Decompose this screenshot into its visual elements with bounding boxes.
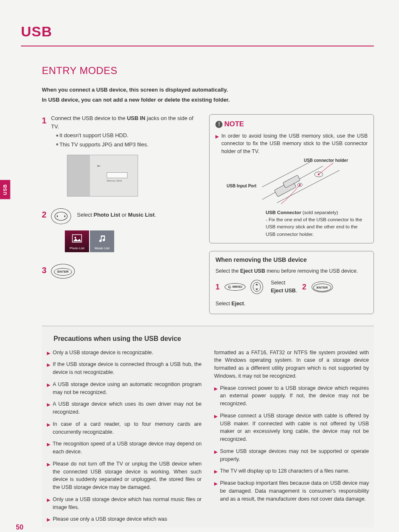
remove-desc-b: Eject USB — [240, 268, 265, 274]
prec-item: In case of a card reader, up to four mem… — [53, 420, 202, 436]
step1-text-a: Connect the USB device to the — [51, 115, 127, 121]
music-list-tile: Music List — [90, 230, 114, 252]
svg-point-2 — [74, 237, 76, 238]
qmenu-button-icon: Q. MENU — [225, 283, 246, 291]
section-title: ENTRY MODES — [42, 63, 374, 78]
remove-step2-num: 2 — [302, 281, 307, 293]
step-number: 2 — [42, 208, 48, 221]
prec-item: If the USB storage device is connected t… — [53, 361, 202, 376]
prec-item: The recognition speed of a USB storage d… — [53, 440, 202, 456]
remove-desc-c: menu before removing the USB device. — [265, 268, 358, 274]
svg-point-7 — [318, 174, 320, 175]
r1-select-c: . — [296, 288, 297, 294]
triangle-bullet-icon: ▶ — [47, 421, 50, 436]
triangle-bullet-icon: ▶ — [214, 448, 217, 463]
remove-desc-a: Select the — [215, 268, 240, 274]
enter-label: ENTER — [54, 268, 72, 276]
memory-slot — [107, 172, 128, 178]
intro-line1: When you connect a USB device, this scre… — [42, 86, 374, 94]
enter-label2: ENTER — [313, 284, 331, 292]
connector-caption: USB Connector (sold separately) - Fix th… — [266, 209, 368, 238]
triangle-bullet-icon: ▶ — [47, 496, 50, 512]
prec-item: Please connect power to a USB storage de… — [220, 384, 369, 408]
triangle-bullet-icon: ▶ — [47, 350, 50, 357]
precautions-title: Precautions when using the USB device — [54, 334, 369, 344]
triangle-bullet-icon: ▶ — [47, 401, 50, 416]
prec-item: Please backup important files because da… — [220, 479, 369, 503]
prec-item: Please do not turn off the TV or unplug … — [53, 460, 202, 491]
triangle-bullet-icon: ▶ — [215, 133, 219, 156]
page-number: 50 — [16, 522, 23, 532]
photo-list-tile: Photo List — [65, 230, 89, 252]
prec-item: Please use only a USB storage device whi… — [53, 515, 167, 523]
step2-text-c: or — [120, 212, 128, 218]
caption-paren: (sold separately) — [301, 210, 338, 215]
music-tile-label: Music List — [95, 246, 110, 251]
prec-item: A USB storage device using an automatic … — [53, 381, 202, 396]
step2-text-d: Music List — [128, 212, 155, 218]
enter-button-icon: ENTER — [51, 264, 75, 279]
side-tab: USB — [0, 180, 10, 199]
step-3: 3 ENTER — [42, 264, 199, 279]
photo-tile-label: Photo List — [69, 246, 84, 251]
updown-button-icon — [251, 280, 263, 294]
triangle-bullet-icon: ▶ — [214, 480, 217, 503]
note-title-text: NOTE — [224, 120, 244, 128]
menu-tiles: Photo List Music List — [65, 230, 199, 252]
triangle-bullet-icon: ▶ — [214, 413, 217, 443]
triangle-bullet-icon: ▶ — [47, 516, 50, 523]
step-1: 1 Connect the USB device to the USB IN j… — [42, 114, 199, 148]
prec-item: Only a USB storage device is recognizabl… — [53, 349, 153, 357]
step1-sub2: This TV supports JPG and MP3 files. — [56, 141, 199, 149]
precautions-left: ▶Only a USB storage device is recognizab… — [47, 349, 202, 528]
step1-sub1: It doesn't support USB HDD. — [56, 131, 199, 140]
svg-point-0 — [55, 212, 67, 220]
note-body-text: In order to avoid losing the USB memory … — [221, 132, 368, 156]
caption-title: USB Connector — [266, 210, 301, 215]
r1-select-a: Select — [271, 280, 285, 286]
svg-point-8 — [299, 184, 301, 186]
enter-button-icon: ENTER — [312, 281, 333, 293]
r1-select-b: Eject USB — [271, 288, 296, 294]
note-box: !NOTE ▶ In order to avoid losing the USB… — [209, 114, 374, 243]
step-number: 1 — [42, 114, 48, 127]
nav-button-icon — [51, 208, 71, 224]
triangle-bullet-icon: ▶ — [47, 461, 50, 491]
left-column: 1 Connect the USB device to the USB IN j… — [42, 114, 199, 314]
precautions-right: formatted as a FAT16, FAT32 or NTFS file… — [214, 349, 369, 528]
prec-item: Only use a USB storage device which has … — [53, 496, 202, 512]
step-2: 2 Select Photo List or Music List. — [42, 208, 199, 224]
r2-select-a: Select — [215, 301, 231, 307]
caption-body: - Fix the one end of the USB connector t… — [266, 216, 368, 238]
r2-select-b: Eject — [231, 301, 244, 307]
step1-text-b: USB IN — [127, 115, 145, 121]
triangle-bullet-icon: ▶ — [47, 361, 50, 376]
prec-item: Please connect a USB storage device with… — [220, 412, 369, 443]
step2-text-a: Select — [77, 212, 94, 218]
connector-diagram: USB connector holder USB Input Port — [235, 160, 348, 206]
prec-item-cont: formatted as a FAT16, FAT32 or NTFS file… — [214, 349, 369, 380]
alert-icon: ! — [215, 121, 223, 128]
triangle-bullet-icon: ▶ — [214, 385, 217, 408]
step2-text-e: . — [155, 212, 156, 218]
r2-select-c: . — [244, 301, 245, 307]
prec-item: A USB storage device which uses its own … — [53, 400, 202, 416]
photo-icon — [72, 234, 82, 243]
tv-side-illustration: ⇐ Memory Stick — [67, 155, 138, 197]
triangle-bullet-icon: ▶ — [47, 381, 50, 396]
prec-item: The TV will display up to 128 characters… — [220, 467, 350, 475]
triangle-bullet-icon: ▶ — [214, 468, 217, 475]
precautions-box: Precautions when using the USB device ▶O… — [42, 326, 374, 528]
music-icon — [97, 234, 107, 243]
step-number: 3 — [42, 264, 48, 276]
triangle-bullet-icon: ▶ — [47, 441, 50, 456]
step2-text-b: Photo List — [94, 212, 120, 218]
intro-line2: In USB device, you can not add a new fol… — [42, 96, 374, 104]
memory-stick-label: Memory Stick — [107, 179, 122, 183]
note-title: !NOTE — [215, 119, 368, 130]
usb-icon: ⇐ — [97, 163, 100, 169]
remove-usb-box: When removing the USB device Select the … — [209, 251, 374, 314]
label-usb-port: USB Input Port — [227, 183, 256, 189]
right-column: !NOTE ▶ In order to avoid losing the USB… — [209, 114, 374, 314]
page-title: USB — [21, 21, 374, 46]
